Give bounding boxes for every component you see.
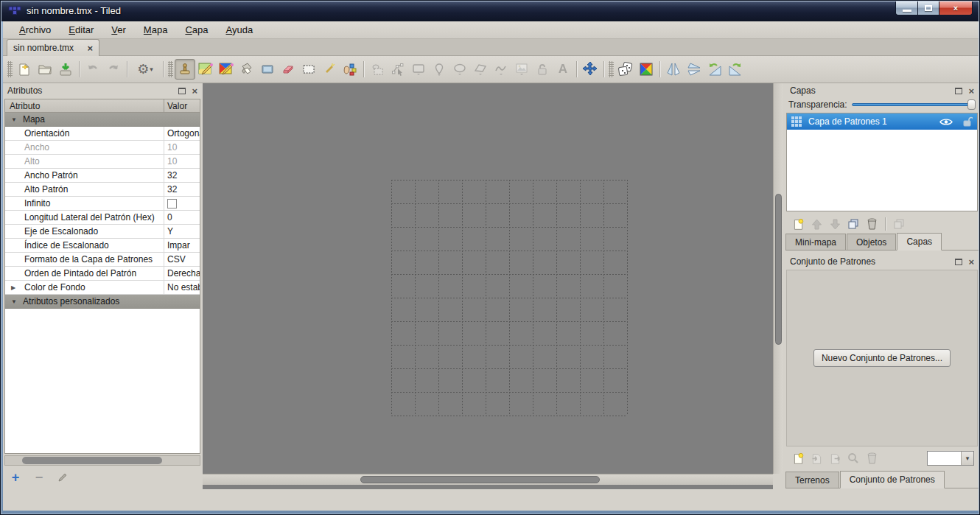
property-value[interactable]: Derecha	[164, 267, 200, 280]
float-panel-icon[interactable]	[955, 88, 962, 94]
new-file-button[interactable]	[14, 59, 35, 80]
property-value[interactable]: Impar	[164, 239, 200, 252]
embed-tileset-button[interactable]	[808, 450, 825, 466]
unlock-icon[interactable]	[963, 116, 973, 127]
property-value[interactable]: No estab	[164, 281, 200, 294]
opacity-slider[interactable]	[852, 99, 976, 111]
float-panel-icon[interactable]	[178, 88, 186, 94]
property-row[interactable]: ▶ Color de Fondo No estab	[5, 281, 200, 295]
maximize-button[interactable]	[917, 1, 939, 15]
new-layer-button[interactable]	[790, 216, 806, 232]
magic-wand-tool[interactable]	[319, 59, 340, 80]
property-value[interactable]: 32	[164, 169, 200, 182]
redo-button[interactable]	[103, 59, 124, 80]
edit-property-button[interactable]	[55, 469, 71, 486]
menu-mapa[interactable]: Mapa	[136, 22, 175, 38]
tab-objetos[interactable]: Objetos	[847, 234, 896, 250]
property-value[interactable]: Y	[164, 225, 200, 238]
duplicate-layer-button[interactable]	[845, 216, 861, 232]
rotate-left-button[interactable]	[704, 59, 725, 80]
combobox-arrow-icon[interactable]: ▾	[961, 452, 973, 465]
tab-close-icon[interactable]: ×	[87, 43, 93, 54]
canvas-horizontal-scrollbar[interactable]	[203, 474, 773, 485]
property-row[interactable]: Orden de Pintado del Patrón Derecha	[5, 267, 200, 281]
document-tab[interactable]: sin nombre.tmx ×	[7, 39, 99, 56]
flip-vertical-button[interactable]	[684, 59, 704, 80]
new-tileset-toolbar-button[interactable]	[790, 450, 806, 466]
visibility-eye-icon[interactable]	[939, 117, 953, 127]
insert-text-tool[interactable]: A	[553, 59, 573, 80]
insert-rectangle-tool[interactable]	[408, 59, 429, 80]
same-tile-select-tool[interactable]	[340, 59, 360, 80]
stamp-brush-tool[interactable]	[175, 59, 195, 80]
insert-ellipse-tool[interactable]	[449, 59, 470, 80]
move-layer-tool[interactable]	[580, 59, 601, 80]
property-row[interactable]: Infinito	[5, 197, 200, 211]
float-panel-icon[interactable]	[955, 259, 962, 265]
tab-capas[interactable]: Capas	[897, 233, 942, 251]
menu-ayuda[interactable]: Ayuda	[219, 22, 261, 38]
close-button[interactable]: ×	[939, 1, 973, 15]
flip-horizontal-button[interactable]	[663, 59, 684, 80]
insert-polygon-tool[interactable]	[470, 59, 491, 80]
open-file-button[interactable]	[35, 59, 55, 80]
remove-tileset-button[interactable]	[864, 450, 880, 466]
scrollbar-thumb[interactable]	[360, 476, 600, 483]
delete-layer-button[interactable]	[864, 216, 880, 232]
remove-property-button[interactable]: −	[31, 469, 47, 486]
slider-handle[interactable]	[967, 99, 976, 110]
scrollbar-thumb[interactable]	[22, 457, 162, 464]
insert-point-tool[interactable]	[429, 59, 449, 80]
property-value[interactable]: Ortogonal	[164, 127, 200, 140]
properties-horizontal-scrollbar[interactable]	[4, 455, 200, 466]
shape-fill-tool[interactable]	[257, 59, 278, 80]
lower-layer-button[interactable]	[827, 216, 843, 232]
raise-layer-button[interactable]	[808, 216, 825, 232]
close-panel-icon[interactable]: ×	[192, 86, 197, 96]
insert-tile-tool[interactable]	[511, 59, 532, 80]
wang-brush-tool[interactable]	[216, 59, 237, 80]
property-row[interactable]: Ancho Patrón 32	[5, 169, 200, 183]
undo-button[interactable]	[83, 59, 103, 80]
property-row[interactable]: Longitud Lateral del Patrón (Hex) 0	[5, 211, 200, 225]
add-property-button[interactable]: +	[7, 469, 24, 486]
property-row[interactable]: Formato de la Capa de Patrones CSV	[5, 253, 200, 267]
property-row[interactable]: Alto Patrón 32	[5, 183, 200, 197]
tab-mini-mapa[interactable]: Mini-mapa	[785, 234, 846, 250]
save-file-button[interactable]	[55, 59, 76, 80]
rotate-right-button[interactable]	[725, 59, 746, 80]
insert-polyline-tool[interactable]	[491, 59, 511, 80]
toolbar-drag-handle[interactable]	[609, 61, 614, 77]
property-value[interactable]: CSV	[164, 253, 200, 266]
rectangular-select-tool[interactable]	[298, 59, 319, 80]
terrain-type-combobox[interactable]: ▾	[927, 451, 974, 466]
menu-capa[interactable]: Capa	[178, 22, 215, 38]
property-row[interactable]: Alto 10	[5, 155, 200, 169]
column-header-name[interactable]: Atributo	[5, 99, 164, 112]
random-mode-button[interactable]	[615, 59, 636, 80]
title-bar[interactable]: sin nombre.tmx - Tiled ×	[1, 1, 979, 21]
infinito-checkbox[interactable]	[167, 199, 177, 209]
map-canvas[interactable]	[203, 83, 773, 489]
insert-template-tool[interactable]	[532, 59, 553, 80]
menu-editar[interactable]: Editar	[61, 22, 101, 38]
toolbar-drag-handle[interactable]	[7, 61, 13, 77]
export-tileset-button[interactable]	[827, 450, 843, 466]
eraser-tool[interactable]	[278, 59, 298, 80]
property-row[interactable]: Eje de Escalonado Y	[5, 225, 200, 239]
terrain-brush-tool[interactable]	[195, 59, 216, 80]
automap-button[interactable]: ⚙ ▾	[130, 59, 160, 80]
property-row[interactable]: Índice de Escalonado Impar	[5, 239, 200, 253]
toolbar-drag-handle[interactable]	[168, 61, 173, 77]
layer-row[interactable]: Capa de Patrones 1	[787, 113, 977, 130]
minimize-button[interactable]	[895, 1, 917, 15]
property-value[interactable]: 0	[164, 211, 200, 224]
menu-ver[interactable]: Ver	[104, 22, 133, 38]
column-header-value[interactable]: Valor	[164, 99, 200, 112]
tab-terrenos[interactable]: Terrenos	[785, 472, 839, 488]
menu-archivo[interactable]: Archivo	[12, 22, 58, 38]
toggle-other-layers-button[interactable]	[891, 216, 907, 232]
expand-triangle-icon[interactable]: ▶	[11, 284, 15, 291]
edit-polygons-tool[interactable]	[388, 59, 408, 80]
select-objects-tool[interactable]	[367, 59, 388, 80]
